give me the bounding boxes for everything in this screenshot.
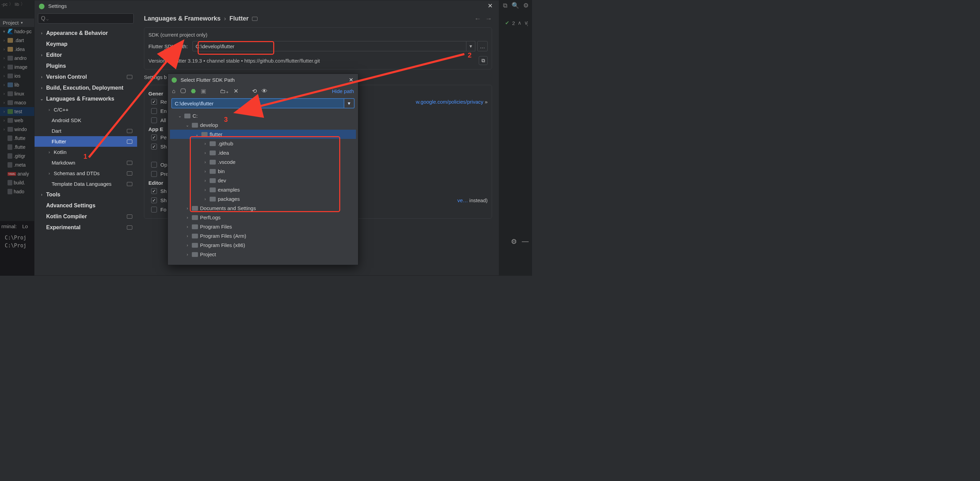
nav-lang[interactable]: ⌄Languages & Frameworks [35,93,137,104]
search-icon[interactable]: 🔍 [512,2,519,8]
tree-item[interactable]: ›bin [170,167,356,176]
nav-tools[interactable]: ›Tools [35,189,137,200]
nav-kotlin[interactable]: ›Kotlin [35,147,137,158]
close-icon[interactable]: ✕ [347,75,355,84]
dropdown-button[interactable]: ▾ [344,98,355,108]
tree-item[interactable]: ›.idea [0,45,34,54]
minimize-icon[interactable]: — [522,237,529,245]
folder-icon [192,225,198,229]
android-icon: ⬤ [171,76,177,83]
tree-item[interactable]: ›Program Files (x86) [170,240,356,250]
tree-item[interactable]: ›linux [0,89,34,98]
tree-item[interactable]: .meta [0,161,34,169]
hide-path-link[interactable]: Hide path [332,88,354,94]
path-toolbar: ⌂ 🖵 ⬣ ▣ 🗀₊ ✕ ⟲ 👁 Hide path [168,86,358,97]
tree-item[interactable]: ›.idea [170,148,356,158]
device-icon[interactable]: ⧉ [503,2,508,8]
nav-schemas[interactable]: ›Schemas and DTDs [35,168,137,178]
tree-item[interactable]: ›andro [0,54,34,63]
settings-nav: Q⌄ ›Appearance & Behavior Keymap ›Editor… [35,11,137,276]
tree-item[interactable]: ›.dart [0,36,34,45]
nav-template[interactable]: Template Data Languages [35,178,137,189]
chevron-up-icon[interactable]: ∧ [518,20,522,26]
nav-exp[interactable]: Experimental [35,222,137,233]
dropdown-button[interactable]: ▾ [466,41,475,51]
tree-item[interactable]: ›Documents and Settings [170,204,356,213]
folder-icon [8,47,13,52]
copy-button[interactable]: ⧉ [479,56,488,65]
nav-appearance[interactable]: ›Appearance & Behavior [35,28,137,39]
tree-item[interactable]: ›image [0,63,34,72]
nav-android-sdk[interactable]: Android SDK [35,115,137,126]
sdk-path-input[interactable] [192,41,466,51]
project-header[interactable]: Project ▾ [0,19,34,27]
tree-item[interactable]: ›test [0,107,34,116]
nav-dart[interactable]: Dart [35,126,137,136]
save-hint-link[interactable]: ve… [458,197,468,203]
drive-icon [184,113,191,118]
tree-item[interactable]: ⌄C: [170,111,356,120]
close-icon[interactable]: ✕ [485,2,495,10]
tree-item[interactable]: ⌄develop [170,120,356,130]
back-icon[interactable]: ← [474,15,481,22]
tree-item[interactable]: ›Project [170,250,356,259]
tree-item[interactable]: YAMLanaly [0,169,34,178]
version-value: Flutter 3.19.3 • channel stable • https:… [172,58,474,64]
forward-icon[interactable]: → [485,15,492,22]
tree-item[interactable]: ›.github [170,139,356,148]
terminal-tab[interactable]: rminal: [2,223,17,229]
nav-flutter[interactable]: Flutter [35,136,137,147]
tree-item[interactable]: ›dev [170,176,356,185]
tree-item-selected[interactable]: ⌄flutter [170,130,356,139]
scope-icon [127,215,132,218]
tree-item[interactable]: ›packages [170,194,356,204]
tree-item[interactable]: ›maco [0,98,34,107]
tree-item[interactable]: ›web [0,116,34,125]
browse-button[interactable]: … [477,41,488,51]
tree-item[interactable]: ›Program Files (Arm) [170,231,356,240]
folder-icon [210,160,216,164]
gear-icon[interactable]: ⚙ [511,237,517,245]
tree-item[interactable]: ›lib [0,80,34,89]
search-input[interactable]: Q⌄ [38,13,134,24]
tree-item[interactable]: ›Program Files [170,222,356,231]
android-icon[interactable]: ⬣ [191,88,196,95]
new-folder-icon[interactable]: 🗀₊ [220,88,229,95]
tree-item[interactable]: build. [0,178,34,187]
nav-plugins[interactable]: Plugins [35,61,137,72]
module-icon[interactable]: ▣ [201,88,206,95]
nav-kcomp[interactable]: Kotlin Compiler [35,211,137,222]
refresh-icon[interactable]: ⟲ [252,88,257,95]
file-icon [8,180,12,185]
tree-item[interactable]: .flutte [0,134,34,143]
tree-item[interactable]: ›examples [170,185,356,194]
nav-keymap[interactable]: Keymap [35,39,137,49]
sdk-path-label: Flutter SDK path: [148,43,188,49]
tree-item[interactable]: .gitigr [0,151,34,161]
tree-item[interactable]: .flutte [0,143,34,151]
tree-item[interactable]: ›ios [0,72,34,80]
tree-item[interactable]: ›.vscode [170,158,356,167]
kebab-icon[interactable]: ⋮ [525,21,530,27]
gear-icon[interactable]: ⚙ [523,2,529,8]
tree-item[interactable]: ›windo [0,125,34,134]
file-icon [8,135,12,141]
nav-editor[interactable]: ›Editor [35,49,137,61]
nav-adv[interactable]: Advanced Settings [35,200,137,211]
nav-markdown[interactable]: Markdown [35,158,137,168]
home-icon[interactable]: ⌂ [172,88,175,95]
desktop-icon[interactable]: 🖵 [180,88,186,95]
nav-cc[interactable]: ›C/C++ [35,104,137,115]
nav-vcs[interactable]: ›Version Control [35,72,137,83]
show-hidden-icon[interactable]: 👁 [262,88,267,95]
folder-icon [192,123,198,127]
tree-item[interactable]: hado [0,187,34,196]
path-input[interactable] [171,98,344,108]
project-root[interactable]: ▾hado-pc [0,27,34,36]
terminal-tab[interactable]: Lo [22,223,28,229]
tree-item[interactable]: ›PerfLogs [170,213,356,222]
delete-icon[interactable]: ✕ [234,88,238,95]
nav-bed[interactable]: ›Build, Execution, Deployment [35,83,137,93]
policy-link[interactable]: w.google.com/policies/privacy [416,99,484,105]
problems-count[interactable]: 2 [512,20,515,26]
